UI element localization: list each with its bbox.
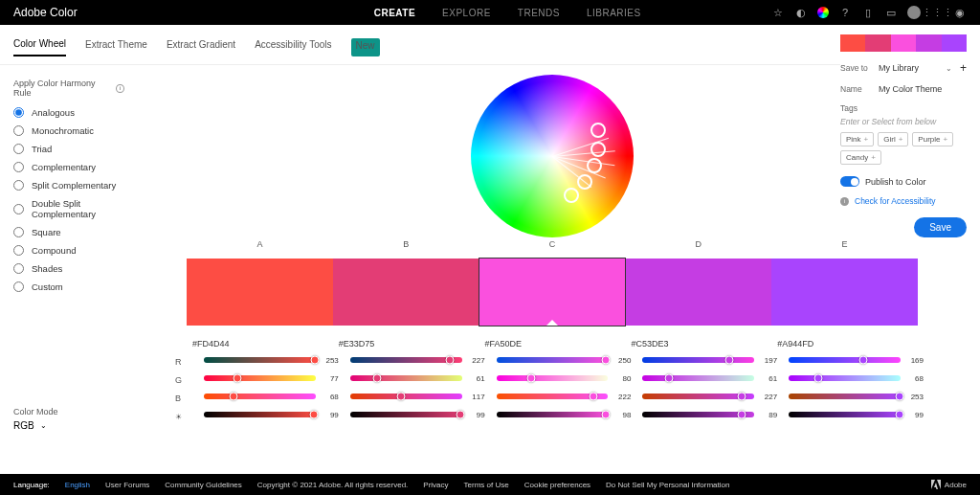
subnav-extract-theme[interactable]: Extract Theme xyxy=(85,39,147,56)
slider-thumb[interactable] xyxy=(602,356,611,365)
tags-input[interactable]: Enter or Select from below xyxy=(840,117,967,126)
slider-thumb[interactable] xyxy=(310,356,319,365)
slider-track[interactable] xyxy=(204,357,316,363)
slider-value[interactable]: 68 xyxy=(906,374,924,383)
slider-thumb[interactable] xyxy=(590,393,598,401)
slider-thumb[interactable] xyxy=(665,374,674,383)
slider-thumb[interactable] xyxy=(738,411,746,419)
slider-track[interactable] xyxy=(789,375,901,381)
slider-value[interactable]: 227 xyxy=(760,393,777,401)
slider-thumb[interactable] xyxy=(896,393,904,401)
slider-track[interactable] xyxy=(642,394,754,399)
tag-purple[interactable]: Purple + xyxy=(912,132,953,146)
nav-explore[interactable]: EXPLORE xyxy=(442,8,491,18)
wheel-handle[interactable] xyxy=(590,142,606,157)
slider-thumb[interactable] xyxy=(445,356,454,365)
brand-logo[interactable]: Adobe Color xyxy=(13,6,78,19)
rule-custom[interactable]: Custom xyxy=(13,281,124,292)
apps-icon[interactable]: ⋮⋮⋮ xyxy=(930,6,944,19)
rule-shades[interactable]: Shades xyxy=(13,263,124,274)
slider-value[interactable]: 99 xyxy=(468,411,485,419)
wheel-handle[interactable] xyxy=(587,158,602,173)
info-icon[interactable]: i xyxy=(116,84,124,93)
slider-thumb[interactable] xyxy=(397,393,406,401)
footer-link[interactable]: Terms of Use xyxy=(464,481,509,489)
slider-value[interactable]: 253 xyxy=(322,356,339,365)
color-wheel[interactable] xyxy=(471,75,634,237)
slider-track[interactable] xyxy=(497,412,609,417)
slider-thumb[interactable] xyxy=(234,374,242,383)
subnav-extract-gradient[interactable]: Extract Gradient xyxy=(167,39,235,56)
color-icon[interactable] xyxy=(817,7,829,18)
slider-track[interactable] xyxy=(497,394,609,399)
publish-toggle[interactable] xyxy=(840,176,859,187)
tag-girl[interactable]: Girl + xyxy=(878,132,908,146)
footer-link[interactable]: Copyright © 2021 Adobe. All rights reser… xyxy=(257,481,409,489)
slider-track[interactable] xyxy=(497,357,609,363)
slider-value[interactable]: 98 xyxy=(613,411,631,419)
rule-triad[interactable]: Triad xyxy=(13,144,124,154)
slider-value[interactable]: 77 xyxy=(322,374,339,383)
slider-thumb[interactable] xyxy=(602,411,611,419)
slider-track[interactable] xyxy=(789,357,901,363)
rule-monochromatic[interactable]: Monochromatic xyxy=(13,125,124,136)
check-accessibility-link[interactable]: i Check for Accessibility xyxy=(840,196,967,206)
slider-value[interactable]: 68 xyxy=(322,393,339,401)
slider-value[interactable]: 61 xyxy=(760,374,777,383)
footer-link[interactable]: Privacy xyxy=(423,481,448,489)
slider-thumb[interactable] xyxy=(372,374,381,383)
hex-value[interactable]: #C53DE3 xyxy=(625,339,771,349)
slider-value[interactable]: 117 xyxy=(468,393,485,401)
slider-track[interactable] xyxy=(204,412,316,417)
tag-pink[interactable]: Pink + xyxy=(840,132,874,146)
swatch-B[interactable] xyxy=(333,259,479,326)
save-button[interactable]: Save xyxy=(914,217,967,237)
wheel-handle[interactable] xyxy=(564,188,579,203)
slider-thumb[interactable] xyxy=(738,393,746,401)
rule-square[interactable]: Square xyxy=(13,227,124,237)
slider-value[interactable]: 80 xyxy=(613,374,631,383)
slider-track[interactable] xyxy=(497,375,609,381)
slider-track[interactable] xyxy=(789,412,901,417)
rule-double-split-complementary[interactable]: Double Split Complementary xyxy=(13,198,124,219)
slider-thumb[interactable] xyxy=(527,374,536,383)
star-icon[interactable]: ☆ xyxy=(771,6,785,19)
hex-value[interactable]: #E33D75 xyxy=(333,339,479,349)
slider-track[interactable] xyxy=(350,412,462,417)
theme-name-input[interactable]: My Color Theme xyxy=(879,84,967,94)
slider-thumb[interactable] xyxy=(858,356,867,365)
swatch-C[interactable] xyxy=(479,259,626,326)
rule-compound[interactable]: Compound xyxy=(13,245,124,256)
avatar-icon[interactable] xyxy=(907,6,921,19)
wheel-handle[interactable] xyxy=(590,123,606,138)
footer-link[interactable]: User Forums xyxy=(105,481,149,489)
subnav-accessibility-tools[interactable]: Accessibility Tools xyxy=(255,39,331,56)
swatch-A[interactable] xyxy=(187,259,333,326)
tag-candy[interactable]: Candy + xyxy=(840,150,881,165)
hex-value[interactable]: #FD4D44 xyxy=(187,339,333,349)
slider-track[interactable] xyxy=(642,412,754,417)
adobe-logo[interactable]: Adobe xyxy=(931,480,967,489)
cloud-icon[interactable]: ◉ xyxy=(953,6,967,19)
slider-track[interactable] xyxy=(204,394,316,399)
slider-track[interactable] xyxy=(642,375,754,381)
wheel-handle[interactable] xyxy=(577,174,592,190)
slider-track[interactable] xyxy=(789,394,901,399)
book-icon[interactable]: ▯ xyxy=(861,6,875,19)
slider-value[interactable]: 99 xyxy=(322,411,339,419)
add-library-button[interactable]: + xyxy=(960,61,967,75)
rule-analogous[interactable]: Analogous xyxy=(13,107,124,118)
hex-value[interactable]: #FA50DE xyxy=(479,339,626,349)
slider-value[interactable]: 253 xyxy=(906,393,924,401)
slider-value[interactable]: 89 xyxy=(760,411,777,419)
hex-value[interactable]: #A944FD xyxy=(771,339,918,349)
subnav-color-wheel[interactable]: Color Wheel xyxy=(13,38,66,56)
slider-track[interactable] xyxy=(350,357,462,363)
slider-track[interactable] xyxy=(350,394,462,399)
nav-create[interactable]: CREATE xyxy=(374,8,415,18)
slider-value[interactable]: 250 xyxy=(613,356,631,365)
slider-thumb[interactable] xyxy=(310,411,319,419)
slider-thumb[interactable] xyxy=(230,393,238,401)
slider-track[interactable] xyxy=(642,357,754,363)
slider-value[interactable]: 169 xyxy=(906,356,924,365)
